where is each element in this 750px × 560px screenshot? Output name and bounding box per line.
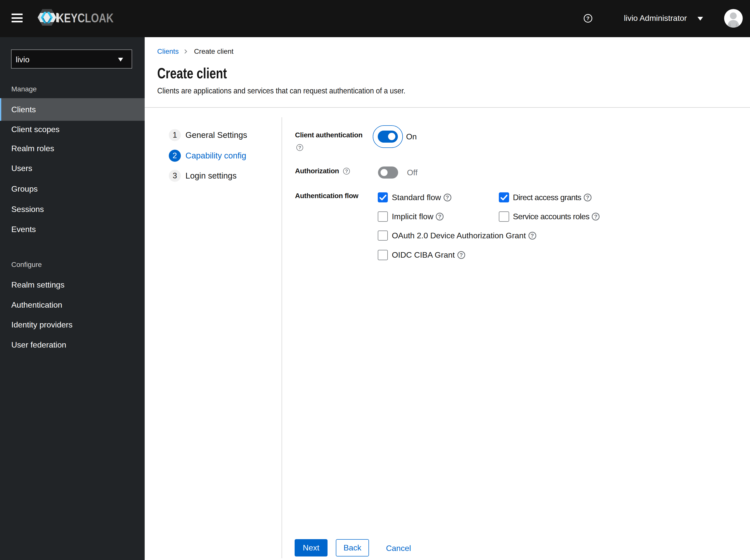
svg-text:KEYCLOAK: KEYCLOAK	[57, 11, 114, 25]
